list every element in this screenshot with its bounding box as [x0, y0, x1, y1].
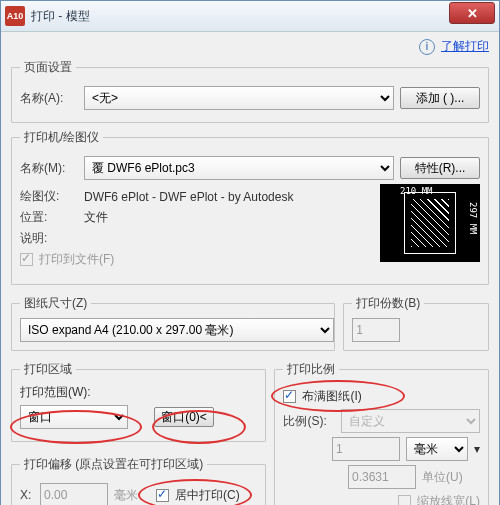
- print-dialog: A10 打印 - 模型 ✕ i 了解打印 页面设置 名称(A): <无> 添加 …: [0, 0, 500, 505]
- page-setup-legend: 页面设置: [20, 59, 76, 76]
- paper-size-select[interactable]: ISO expand A4 (210.00 x 297.00 毫米): [20, 318, 334, 342]
- scale-lineweight-label: 缩放线宽(L): [417, 493, 480, 505]
- info-icon: i: [419, 39, 435, 55]
- add-page-setup-button[interactable]: 添加 ( )...: [400, 87, 480, 109]
- paper-size-legend: 图纸尺寸(Z): [20, 295, 91, 312]
- window-title: 打印 - 模型: [31, 8, 449, 25]
- paper-size-group: 图纸尺寸(Z) ISO expand A4 (210.00 x 297.00 毫…: [11, 295, 335, 351]
- equals-icon: ▾: [474, 442, 480, 456]
- center-plot-label: 居中打印(C): [175, 487, 240, 504]
- plot-scope-select[interactable]: 窗口: [20, 405, 128, 429]
- printer-name-select[interactable]: 覆 DWF6 ePlot.pc3: [84, 156, 394, 180]
- offset-x-input: [40, 483, 108, 505]
- scale-lineweight-checkbox: [398, 495, 411, 505]
- offset-x-label: X:: [20, 488, 34, 502]
- printer-group: 打印机/绘图仪 名称(M): 覆 DWF6 ePlot.pc3 特性(R)...…: [11, 129, 489, 285]
- window-pick-button[interactable]: 窗口(0)<: [154, 407, 214, 427]
- fit-to-paper-label: 布满图纸(I): [302, 388, 361, 405]
- copies-group: 打印份数(B): [343, 295, 489, 351]
- plotter-value: DWF6 ePlot - DWF ePlot - by Autodesk: [84, 190, 293, 204]
- plot-area-legend: 打印区域: [20, 361, 76, 378]
- printer-legend: 打印机/绘图仪: [20, 129, 103, 146]
- scale-unit-select[interactable]: 毫米: [406, 437, 468, 461]
- scale-factor-input: [348, 465, 416, 489]
- printer-props-button[interactable]: 特性(R)...: [400, 157, 480, 179]
- titlebar: A10 打印 - 模型 ✕: [1, 1, 499, 32]
- paper-preview: 210 MM 297 MM: [380, 184, 480, 262]
- print-to-file-label: 打印到文件(F): [39, 251, 114, 268]
- offset-legend: 打印偏移 (原点设置在可打印区域): [20, 456, 207, 473]
- location-value: 文件: [84, 209, 108, 226]
- plot-scope-label: 打印范围(W):: [20, 384, 257, 401]
- scale-group: 打印比例 布满图纸(I) 比例(S):自定义 毫米 ▾ 单位(U) 缩放线宽(L…: [274, 361, 489, 505]
- printer-name-label: 名称(M):: [20, 160, 78, 177]
- location-label: 位置:: [20, 209, 78, 226]
- close-button[interactable]: ✕: [449, 2, 495, 24]
- fit-to-paper-checkbox[interactable]: [283, 390, 296, 403]
- page-setup-name-label: 名称(A):: [20, 90, 78, 107]
- page-setup-group: 页面设置 名称(A): <无> 添加 ( )...: [11, 59, 489, 123]
- plot-area-group: 打印区域 打印范围(W): 窗口 窗口(0)<: [11, 361, 266, 442]
- preview-height-label: 297 MM: [468, 202, 478, 235]
- dialog-content: i 了解打印 页面设置 名称(A): <无> 添加 ( )... 打印机/绘图仪…: [1, 32, 499, 505]
- scale-ratio-select: 自定义: [341, 409, 480, 433]
- scale-legend: 打印比例: [283, 361, 339, 378]
- page-setup-name-select[interactable]: <无>: [84, 86, 394, 110]
- learn-print-link[interactable]: 了解打印: [441, 38, 489, 55]
- scale-unit-input: [332, 437, 400, 461]
- print-to-file-checkbox: [20, 253, 33, 266]
- desc-label: 说明:: [20, 230, 78, 247]
- app-icon: A10: [5, 6, 25, 26]
- offset-group: 打印偏移 (原点设置在可打印区域) X: 毫米 居中打印(C) Y: 毫米: [11, 456, 266, 505]
- copies-input: [352, 318, 400, 342]
- scale-unit2-label: 单位(U): [422, 469, 480, 486]
- scale-ratio-label: 比例(S):: [283, 413, 335, 430]
- copies-legend: 打印份数(B): [352, 295, 424, 312]
- center-plot-checkbox[interactable]: [156, 489, 169, 502]
- plotter-label: 绘图仪:: [20, 188, 78, 205]
- offset-x-unit: 毫米: [114, 487, 138, 504]
